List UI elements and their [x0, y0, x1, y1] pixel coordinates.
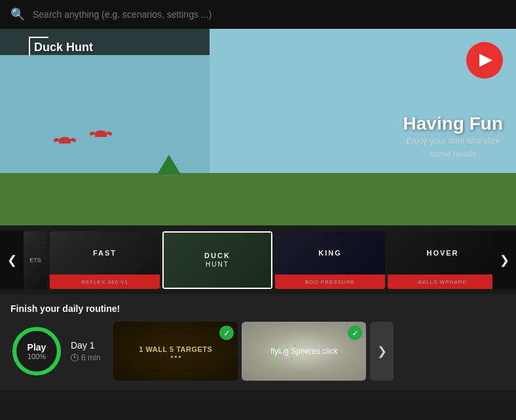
progress-percentage: 100% [28, 353, 46, 360]
scenario-thumb-wall-targets[interactable]: ✓ 1 WALL 5 TARGETS [113, 322, 238, 381]
scenario-label-wall: 1 WALL 5 TARGETS [134, 345, 217, 353]
carousel-item-fast-title: FAST [93, 249, 117, 257]
carousel-items: ETS FAST REFLEX 360 V1 DUCK HUNT KING BO… [24, 231, 492, 289]
scenario-thumb-flying-spheres[interactable]: ✓ flying Spheres click [242, 322, 366, 381]
daily-content: Play 100% Day 1 6 min ✓ 1 WALL 5 TARGETS [10, 322, 506, 381]
clock-icon [71, 354, 79, 362]
carousel-item-king[interactable]: KING BOO PRESSURE [275, 231, 385, 289]
hero-floor [0, 173, 516, 225]
search-icon: 🔍 [10, 7, 25, 22]
progress-play-text: Play [28, 342, 46, 353]
hero-title: Having Fun [403, 113, 503, 134]
carousel-item-king-subtitle: BOO PRESSURE [305, 279, 355, 285]
hero-section: Duck Hunt Having Fun Enjoy your time and… [0, 29, 516, 225]
day-time-value: 6 min [81, 353, 100, 362]
carousel-item-duck-subtitle: HUNT [206, 261, 229, 268]
scenario-dots-wall [171, 356, 181, 358]
carousel-item-hover-subtitle: BALLS WPHARD [418, 279, 468, 285]
carousel-item-hover-title: HOVER [426, 249, 458, 257]
scenario-next-arrow[interactable]: ❯ [370, 322, 394, 381]
carousel-item-hover[interactable]: HOVER BALLS WPHARD [388, 231, 492, 289]
hero-text-block: Having Fun Enjoy your time and click som… [403, 113, 503, 160]
carousel-left-arrow[interactable]: ❮ [0, 231, 24, 289]
daily-routine-section: Finish your daily routine! Play 100% Day… [0, 294, 516, 390]
daily-title: Finish your daily routine! [10, 303, 506, 314]
bird-icon-2 [95, 130, 107, 137]
search-input[interactable] [33, 9, 506, 20]
carousel-item-duck-title: DUCK [204, 252, 230, 259]
carousel-item-king-title: KING [318, 249, 342, 257]
tree-icon [157, 155, 181, 174]
scenario-thumbnails: ✓ 1 WALL 5 TARGETS ✓ [113, 322, 506, 381]
carousel-item-partial[interactable]: ETS [24, 231, 47, 289]
day-info: Day 1 6 min [71, 340, 100, 362]
carousel-item-fast-bar: REFLEX 360 V1 [50, 275, 160, 289]
hero-play-button[interactable] [466, 42, 503, 79]
bird-icon-1 [59, 137, 71, 143]
next-arrow-icon: ❯ [377, 344, 387, 358]
carousel-item-fast-subtitle: REFLEX 360 V1 [81, 279, 128, 285]
carousel-section: ❮ ETS FAST REFLEX 360 V1 DUCK HUNT KING [0, 225, 516, 294]
scenario-check-wall: ✓ [219, 326, 234, 340]
day-time: 6 min [71, 353, 100, 362]
day-label: Day 1 [71, 340, 100, 351]
carousel-item-fast[interactable]: FAST REFLEX 360 V1 [50, 231, 160, 289]
carousel-item-duck-hunt[interactable]: DUCK HUNT [162, 231, 272, 289]
carousel-right-arrow[interactable]: ❯ [492, 231, 516, 289]
game-label: Duck Hunt [34, 41, 93, 54]
hero-subtitle: Enjoy your time and click some heads [403, 134, 503, 160]
carousel-item-king-bar: BOO PRESSURE [275, 275, 385, 289]
header: 🔍 [0, 0, 516, 29]
progress-label: Play 100% [10, 325, 63, 377]
carousel-item-hover-bar: BALLS WPHARD [388, 275, 492, 289]
progress-circle[interactable]: Play 100% [10, 325, 63, 377]
